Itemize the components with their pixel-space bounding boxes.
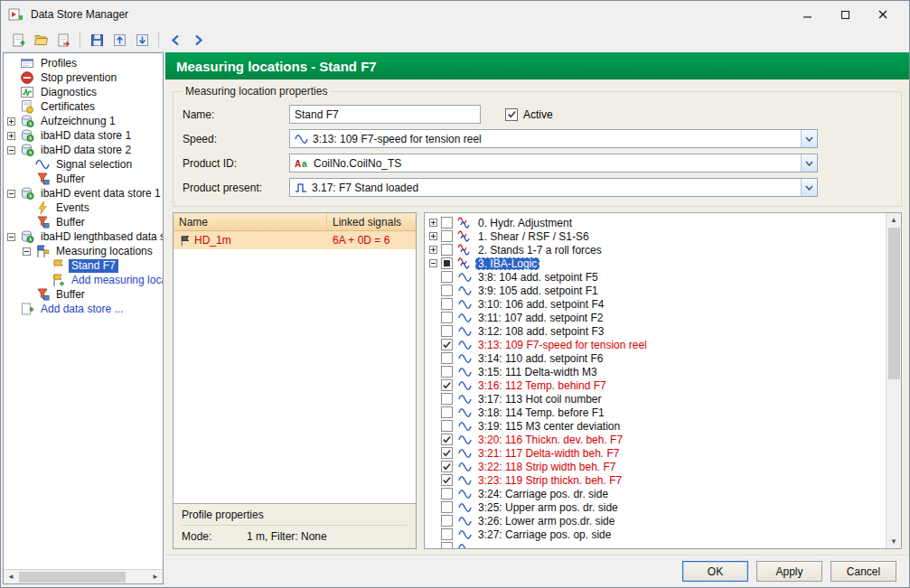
scroll-left-icon[interactable]: ◄ — [4, 570, 18, 583]
signal-row[interactable]: 3:8: 104 add. setpoint F5 — [427, 270, 886, 284]
product-present-combobox[interactable]: 3.17: F7 Stand loaded — [289, 178, 818, 197]
sidebar-horizontal-scrollbar[interactable]: ◄ ► — [4, 569, 163, 583]
signal-checkbox[interactable] — [441, 434, 453, 445]
chevron-down-icon[interactable] — [801, 130, 817, 147]
ok-button[interactable]: OK — [682, 561, 748, 582]
signal-tree-scrollbar[interactable]: ▲ ▼ — [886, 213, 901, 548]
column-header-name[interactable]: Name — [174, 213, 327, 230]
sidebar-item-add-measuring-locat[interactable]: Add measuring locat — [4, 273, 163, 287]
signal-row[interactable]: 3:27: Carriage pos. op. side — [427, 527, 886, 541]
tree-expander-icon[interactable] — [7, 117, 15, 126]
signal-checkbox[interactable] — [441, 542, 453, 548]
group-checkbox[interactable] — [441, 257, 453, 269]
scroll-up-icon[interactable]: ▲ — [887, 213, 901, 227]
tree-expander-icon[interactable] — [7, 190, 15, 198]
signal-row[interactable]: 3:13: 109 F7-speed for tension reel — [427, 338, 886, 351]
signal-checkbox[interactable] — [441, 312, 453, 323]
signal-checkbox[interactable] — [441, 339, 453, 350]
signal-checkbox[interactable] — [441, 285, 453, 296]
signal-row[interactable] — [427, 541, 886, 548]
scroll-down-icon[interactable]: ▼ — [887, 535, 901, 548]
chevron-down-icon[interactable] — [801, 179, 817, 196]
back-icon[interactable] — [165, 30, 185, 50]
signal-group-0-hydr-adjustment[interactable]: 0. Hydr. Adjustment — [427, 216, 886, 229]
cancel-button[interactable]: Cancel — [830, 561, 896, 582]
minimize-button[interactable] — [788, 2, 826, 27]
maximize-button[interactable] — [826, 2, 864, 27]
signal-row[interactable]: 3:20: 116 Thickn. dev. beh. F7 — [427, 433, 886, 446]
move-up-icon[interactable] — [109, 30, 129, 50]
tree-expander-icon[interactable] — [7, 132, 15, 140]
open-icon[interactable] — [31, 30, 51, 50]
signal-row[interactable]: 3:14: 110 add. setpoint F6 — [427, 351, 886, 365]
scroll-right-icon[interactable]: ► — [148, 570, 163, 583]
signal-checkbox[interactable] — [441, 501, 453, 513]
signal-group-1-shear-rsf-s1-s6[interactable]: 1. Shear / RSF / S1-S6 — [427, 229, 886, 243]
save-icon[interactable] — [87, 30, 107, 50]
speed-combobox[interactable]: 3:13: 109 F7-speed for tension reel — [289, 129, 818, 148]
sidebar-item-ibahd-data-store-1[interactable]: ibaHD data store 1 — [4, 128, 163, 143]
signal-row[interactable]: 3:26: Lower arm pos.dr. side — [427, 514, 886, 527]
sidebar-item-ibahd-lengthbased-data-stor[interactable]: ibaHD lengthbased data stor — [4, 229, 163, 244]
active-checkbox[interactable] — [505, 108, 518, 121]
sidebar-item-events[interactable]: Events — [4, 201, 163, 215]
signal-row[interactable]: 3:17: 113 Hot coil number — [427, 392, 886, 406]
signal-checkbox[interactable] — [441, 379, 453, 391]
close-button[interactable] — [864, 2, 902, 27]
scrollbar-thumb[interactable] — [888, 228, 900, 379]
signal-checkbox[interactable] — [441, 366, 453, 378]
group-checkbox[interactable] — [441, 230, 453, 242]
tree-expander-icon[interactable] — [7, 146, 15, 154]
signal-row[interactable]: 3:22: 118 Strip width beh. F7 — [427, 460, 886, 473]
tree-expander-icon[interactable] — [7, 233, 15, 241]
signal-checkbox[interactable] — [441, 474, 453, 486]
signal-checkbox[interactable] — [441, 447, 453, 459]
tree-expander-icon[interactable] — [429, 246, 437, 254]
sidebar-item-ibahd-event-data-store-1[interactable]: ibaHD event data store 1 — [4, 186, 163, 201]
signal-row[interactable]: 3:19: 115 M3 center deviation — [427, 419, 886, 433]
sidebar-item-buffer[interactable]: Buffer — [4, 215, 163, 229]
tree-expander-icon[interactable] — [429, 259, 437, 267]
apply-button[interactable]: Apply — [756, 561, 822, 582]
signal-checkbox[interactable] — [441, 406, 453, 418]
column-header-linked-signals[interactable]: Linked signals — [327, 213, 416, 230]
signal-row[interactable]: 3:16: 112 Temp. behind F7 — [427, 378, 886, 392]
sidebar-item-diagnostics[interactable]: Diagnostics — [4, 85, 163, 99]
group-checkbox[interactable] — [441, 217, 453, 229]
signal-group-2-stands-1-7-a-roll-forces[interactable]: 2. Stands 1-7 a roll forces — [427, 243, 886, 257]
signal-checkbox[interactable] — [441, 271, 453, 283]
sidebar-item-stop-prevention[interactable]: Stop prevention — [4, 70, 163, 85]
signal-group-3-iba-logic[interactable]: 3. IBA-Logic — [427, 257, 886, 270]
signal-row[interactable]: 3:15: 111 Delta-width M3 — [427, 365, 886, 378]
forward-icon[interactable] — [188, 30, 208, 50]
product-id-combobox[interactable]: Aa CoilNo.CoilNo_TS — [289, 154, 818, 173]
signal-checkbox[interactable] — [441, 488, 453, 499]
export-icon[interactable] — [53, 30, 73, 50]
signal-row[interactable]: 3:25: Upper arm pos. dr. side — [427, 500, 886, 514]
signal-row[interactable]: 3:11: 107 add. setpoint F2 — [427, 311, 886, 324]
signal-row[interactable]: 3:23: 119 Strip thickn. beh. F7 — [427, 473, 886, 487]
new-data-store-icon[interactable] — [8, 30, 28, 50]
tree-expander-icon[interactable] — [23, 247, 31, 256]
tree-expander-icon[interactable] — [429, 232, 437, 240]
signal-row[interactable]: 3:9: 105 add. setpoint F1 — [427, 284, 886, 297]
signal-checkbox[interactable] — [441, 298, 453, 310]
signal-checkbox[interactable] — [441, 528, 453, 540]
sidebar-item-ibahd-data-store-2[interactable]: ibaHD data store 2 — [4, 143, 163, 157]
name-input[interactable] — [289, 105, 481, 124]
signal-checkbox[interactable] — [441, 325, 453, 337]
signal-checkbox[interactable] — [441, 515, 453, 527]
sidebar-item-profiles[interactable]: Profiles — [4, 56, 163, 70]
sidebar-item-measuring-locations[interactable]: Measuring locations — [4, 244, 163, 258]
signal-row[interactable]: 3:21: 117 Delta-width beh. F7 — [427, 446, 886, 460]
signal-row[interactable]: 3:24: Carriage pos. dr. side — [427, 487, 886, 500]
chevron-down-icon[interactable] — [801, 154, 817, 172]
signal-row[interactable]: 3:18: 114 Temp. before F1 — [427, 406, 886, 419]
move-down-icon[interactable] — [132, 30, 152, 50]
sidebar-item-add-data-store[interactable]: Add data store ... — [4, 302, 163, 316]
table-row[interactable]: HD_1m6A + 0D = 6 — [174, 231, 416, 249]
signal-checkbox[interactable] — [441, 352, 453, 364]
sidebar-item-buffer[interactable]: Buffer — [4, 287, 163, 302]
sidebar-item-stand-f7[interactable]: Stand F7 — [4, 258, 163, 273]
sidebar-item-aufzeichnung-1[interactable]: Aufzeichnung 1 — [4, 114, 163, 128]
